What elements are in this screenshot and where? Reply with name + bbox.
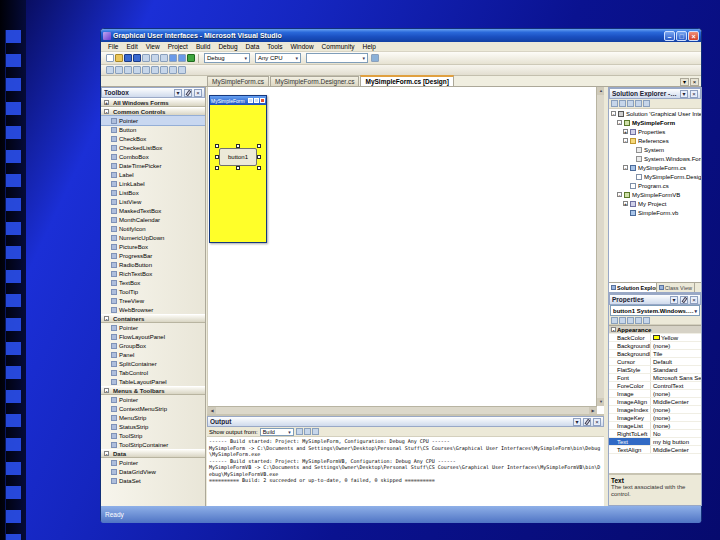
properties-window-icon[interactable] [133, 66, 141, 74]
property-value-cell[interactable]: Standard [651, 366, 701, 373]
property-name-cell[interactable]: BackColor [609, 334, 651, 341]
property-row[interactable]: ForeColor ControlText [609, 382, 701, 390]
view-designer-icon[interactable] [643, 100, 650, 107]
property-name-cell[interactable]: ImageList [609, 422, 651, 429]
property-row[interactable]: FlatStyle Standard [609, 366, 701, 374]
tab-class-view[interactable]: Class View [657, 283, 695, 292]
toolbox-entry[interactable]: LinkLabel [101, 179, 205, 188]
property-value-cell[interactable]: (none) [651, 422, 701, 429]
save-all-icon[interactable] [133, 54, 141, 62]
toolbox-entry[interactable]: PictureBox [101, 242, 205, 251]
property-value-cell[interactable]: (none) [651, 390, 701, 397]
menu-item[interactable]: Window [286, 43, 317, 50]
section-expander-icon[interactable]: - [104, 109, 109, 114]
resize-handle[interactable] [215, 166, 219, 170]
section-expander-icon[interactable]: - [104, 388, 109, 393]
property-row[interactable]: Image (none) [609, 390, 701, 398]
resize-handle[interactable] [236, 166, 240, 170]
resize-handle[interactable] [236, 144, 240, 148]
tree-node[interactable]: + Properties [609, 127, 701, 136]
toolbox-entry[interactable]: Pointer [101, 323, 205, 332]
toolbox-entry[interactable]: DateTimePicker [101, 161, 205, 170]
navigate-back-icon[interactable] [106, 66, 114, 74]
toolbox-entry[interactable]: + All Windows Forms [101, 98, 205, 107]
close-document-icon[interactable]: × [690, 78, 699, 86]
property-name-cell[interactable]: ImageKey [609, 414, 651, 421]
find-combo[interactable]: ▾ [306, 53, 368, 63]
property-row[interactable]: Text my big button [609, 438, 701, 446]
property-name-cell[interactable]: RightToLeft [609, 430, 651, 437]
error-list-icon[interactable] [160, 66, 168, 74]
property-row[interactable]: ImageList (none) [609, 422, 701, 430]
tree-expander-icon[interactable]: - [617, 120, 622, 125]
toolbox-entry[interactable]: ContextMenuStrip [101, 404, 205, 413]
events-icon[interactable] [635, 317, 642, 324]
property-row[interactable]: ImageIndex (none) [609, 406, 701, 414]
property-value-cell[interactable]: No [651, 430, 701, 437]
toolbox-entry[interactable]: Button [101, 125, 205, 134]
command-window-icon[interactable] [178, 66, 186, 74]
navigate-forward-icon[interactable] [115, 66, 123, 74]
output-source-combo[interactable]: Build ▾ [260, 428, 294, 436]
property-value-cell[interactable]: my big button [651, 438, 701, 445]
toolbox-entry[interactable]: Panel [101, 350, 205, 359]
menu-item[interactable]: Edit [122, 43, 141, 50]
property-name-cell[interactable]: Font [609, 374, 651, 381]
auto-hide-pin-icon[interactable] [184, 89, 192, 97]
find-in-files-icon[interactable] [371, 54, 379, 62]
toolbox-entry[interactable]: MonthCalendar [101, 215, 205, 224]
resize-handle[interactable] [257, 166, 261, 170]
toolbox-entry[interactable]: ListBox [101, 188, 205, 197]
property-value-cell[interactable]: Tile [651, 350, 701, 357]
property-row[interactable]: Cursor Default [609, 358, 701, 366]
toolbox-entry[interactable]: Pointer [101, 458, 205, 467]
property-pages-icon[interactable] [643, 317, 650, 324]
cut-icon[interactable] [142, 54, 150, 62]
new-project-icon[interactable] [106, 54, 114, 62]
tree-node[interactable]: - MySimpleFormVB [609, 190, 701, 199]
property-name-cell[interactable]: - Appearance [609, 326, 701, 333]
menu-item[interactable]: File [104, 43, 122, 50]
auto-hide-pin-icon[interactable] [680, 296, 688, 304]
menu-item[interactable]: Help [358, 43, 379, 50]
menu-item[interactable]: Build [192, 43, 214, 50]
property-name-cell[interactable]: ForeColor [609, 382, 651, 389]
property-row[interactable]: BackgroundImageLayout Tile [609, 350, 701, 358]
alphabetical-icon[interactable] [619, 317, 626, 324]
horizontal-scrollbar[interactable]: ◀ ▶ [208, 406, 597, 414]
property-name-cell[interactable]: ImageIndex [609, 406, 651, 413]
toolbox-entry[interactable]: TabControl [101, 368, 205, 377]
property-row[interactable]: BackColor Yellow [609, 334, 701, 342]
toolbox-entry[interactable]: Pointer [101, 395, 205, 404]
property-name-cell[interactable]: Text [609, 438, 651, 445]
toolbox-entry[interactable]: WebBrowser [101, 305, 205, 314]
menu-item[interactable]: View [142, 43, 164, 50]
designed-form-titlebar[interactable]: MySimpleForm [210, 96, 266, 105]
toolbox-entry[interactable]: - Containers [101, 314, 205, 323]
close-button[interactable]: × [688, 31, 699, 41]
object-selector-combo[interactable]: button1 System.Windows.Forms.Button ▾ [610, 305, 700, 316]
toolbox-entry[interactable]: - Common Controls [101, 107, 205, 116]
tree-expander-icon[interactable]: - [623, 165, 628, 170]
property-row[interactable]: Font Microsoft Sans Serif [609, 374, 701, 382]
menu-item[interactable]: Tools [263, 43, 286, 50]
toolbox-entry[interactable]: CheckedListBox [101, 143, 205, 152]
property-value-cell[interactable]: ControlText [651, 382, 701, 389]
property-name-cell[interactable]: TextAlign [609, 446, 651, 453]
property-value-cell[interactable]: MiddleCenter [651, 398, 701, 405]
view-code-icon[interactable] [635, 100, 642, 107]
document-tab[interactable]: MySimpleForm.Designer.cs [270, 76, 359, 86]
toolbox-entry[interactable]: SplitContainer [101, 359, 205, 368]
property-row[interactable]: - Appearance [609, 326, 701, 334]
toolbox-entry[interactable]: RadioButton [101, 260, 205, 269]
solution-explorer-titlebar[interactable]: Solution Explorer - Solution 'Graphical … [609, 88, 701, 99]
minimize-button[interactable]: – [664, 31, 675, 41]
toolbox-entry[interactable]: RichTextBox [101, 269, 205, 278]
tree-node[interactable]: - References [609, 136, 701, 145]
copy-icon[interactable] [151, 54, 159, 62]
section-expander-icon[interactable]: - [104, 451, 109, 456]
toolbox-entry[interactable]: NotifyIcon [101, 224, 205, 233]
property-value-cell[interactable]: (none) [651, 406, 701, 413]
toolbox-entry[interactable]: ToolStrip [101, 431, 205, 440]
window-titlebar[interactable]: Graphical User Interfaces - Microsoft Vi… [101, 29, 701, 42]
